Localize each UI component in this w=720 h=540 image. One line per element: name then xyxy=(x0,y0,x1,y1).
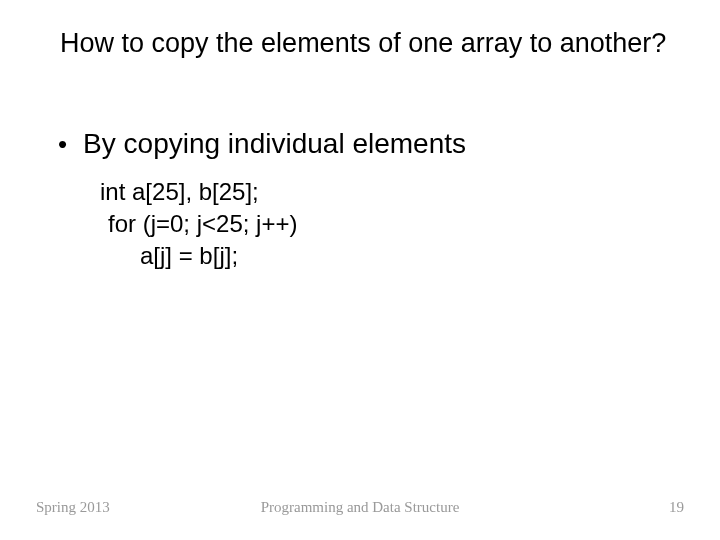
code-block: int a[25], b[25]; for (j=0; j<25; j++) a… xyxy=(100,176,680,272)
bullet-item: • By copying individual elements xyxy=(58,128,680,160)
slide-body: • By copying individual elements int a[2… xyxy=(58,128,680,272)
slide: How to copy the elements of one array to… xyxy=(0,0,720,540)
bullet-text: By copying individual elements xyxy=(83,128,466,160)
bullet-icon: • xyxy=(58,128,67,160)
page-number: 19 xyxy=(669,499,684,516)
footer-course: Programming and Data Structure xyxy=(0,499,720,516)
code-line: a[j] = b[j]; xyxy=(100,240,680,272)
slide-title: How to copy the elements of one array to… xyxy=(60,28,680,59)
code-line: int a[25], b[25]; xyxy=(100,176,680,208)
code-line: for (j=0; j<25; j++) xyxy=(100,208,680,240)
